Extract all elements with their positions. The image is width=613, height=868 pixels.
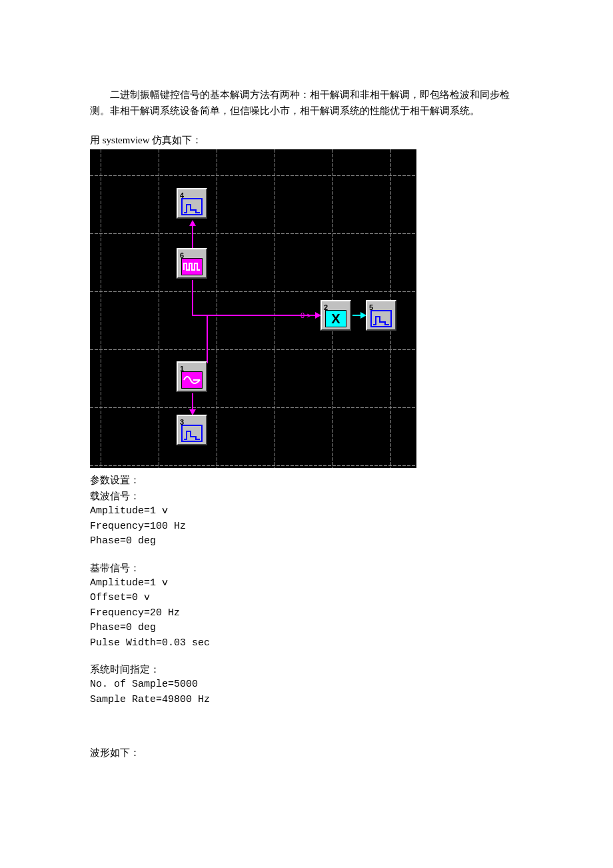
baseband-frequency: Frequency=20 Hz [90,606,523,621]
analysis-sink-icon [370,310,392,327]
carrier-phase: Phase=0 deg [90,534,523,549]
baseband-offset: Offset=0 v [90,591,523,606]
timing-rate: Sample Rate=49800 Hz [90,693,523,708]
analysis-sink-icon [181,425,203,442]
token-2-multiplier[interactable]: 2 X [320,300,351,331]
carrier-title: 载波信号： [90,488,523,504]
sinusoid-icon [181,371,203,389]
baseband-title: 基带信号： [90,560,523,576]
baseband-pulse-width: Pulse Width=0.03 sec [90,636,523,651]
token-1-sine-source[interactable]: 1 [177,361,207,392]
token-6-pulse-source[interactable]: 6 [177,248,207,279]
pulse-train-icon [181,258,203,275]
token-5-sink[interactable]: 5 [366,300,396,331]
simulation-caption: 用 systemview 仿真如下： [90,132,523,148]
token-3-sink[interactable]: 3 [177,415,207,445]
waveform-caption: 波形如下： [90,745,523,761]
token-4-sink[interactable]: 4 [177,188,207,219]
port-0-label: 0 > [301,310,311,322]
intro-paragraph: 二进制振幅键控信号的基本解调方法有两种：相干解调和非相干解调，即包络检波和同步检… [90,87,523,119]
timing-title: 系统时间指定： [90,661,523,677]
carrier-frequency: Frequency=100 Hz [90,519,523,535]
baseband-phase: Phase=0 deg [90,621,523,636]
carrier-amplitude: Amplitude=1 v [90,504,523,519]
multiplier-icon: X [325,310,346,327]
baseband-amplitude: Amplitude=1 v [90,576,523,591]
timing-samples: No. of Sample=5000 [90,677,523,693]
systemview-diagram: 0 > 4 6 2 X 5 [90,149,416,468]
params-header: 参数设置： [90,472,523,488]
analysis-sink-icon [181,198,203,215]
